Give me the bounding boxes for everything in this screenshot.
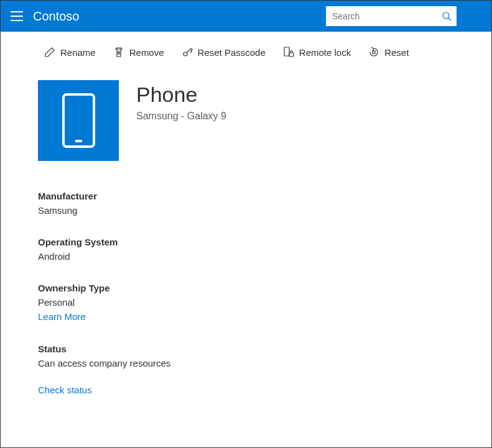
details-list: Manufacturer Samsung Operating System An… <box>38 191 454 396</box>
phone-lock-icon <box>283 47 294 58</box>
device-subtitle: Samsung - Galaxy 9 <box>136 111 226 122</box>
device-title-block: Phone Samsung - Galaxy 9 <box>136 80 226 122</box>
learn-more-link[interactable]: Learn More <box>38 311 86 322</box>
svg-line-1 <box>448 18 451 21</box>
pencil-icon <box>44 47 55 58</box>
remove-label: Remove <box>129 47 164 58</box>
manufacturer-label: Manufacturer <box>38 191 454 201</box>
trash-icon <box>113 47 124 58</box>
reset-label: Reset <box>384 47 409 58</box>
device-tile <box>38 80 119 161</box>
remote-lock-button[interactable]: Remote lock <box>283 47 351 58</box>
device-hero: Phone Samsung - Galaxy 9 <box>38 80 454 161</box>
svg-point-4 <box>183 52 187 56</box>
app-header: Contoso <box>1 1 491 32</box>
rename-label: Rename <box>60 47 96 58</box>
manufacturer-block: Manufacturer Samsung <box>38 191 454 216</box>
phone-icon <box>62 93 96 149</box>
svg-rect-8 <box>63 94 94 147</box>
os-label: Operating System <box>38 237 454 247</box>
os-block: Operating System Android <box>38 237 454 262</box>
svg-rect-7 <box>373 51 375 53</box>
reset-passcode-label: Reset Passcode <box>198 47 266 58</box>
status-label: Status <box>38 344 454 354</box>
rename-button[interactable]: Rename <box>44 47 96 58</box>
brand-name: Contoso <box>33 9 80 24</box>
remote-lock-label: Remote lock <box>299 47 351 58</box>
ownership-block: Ownership Type Personal Learn More <box>38 283 454 322</box>
os-value: Android <box>38 251 454 262</box>
svg-point-0 <box>443 12 449 19</box>
svg-rect-6 <box>289 53 294 57</box>
status-block: Status Can access company resources Chec… <box>38 344 454 396</box>
svg-rect-5 <box>284 47 289 56</box>
ownership-value: Personal <box>38 297 454 308</box>
key-icon <box>182 47 193 58</box>
reset-button[interactable]: Reset <box>368 47 409 58</box>
content-area: Phone Samsung - Galaxy 9 Manufacturer Sa… <box>1 68 491 408</box>
status-value: Can access company resources <box>38 358 454 368</box>
reset-passcode-button[interactable]: Reset Passcode <box>182 47 266 58</box>
toolbar: Rename Remove Reset Passcode Remote lock… <box>1 32 491 68</box>
check-status-link[interactable]: Check status <box>38 385 92 395</box>
search-box <box>326 6 457 26</box>
manufacturer-value: Samsung <box>38 205 454 216</box>
device-title: Phone <box>136 83 226 107</box>
search-icon[interactable] <box>442 11 452 21</box>
ownership-label: Ownership Type <box>38 283 454 293</box>
menu-icon[interactable] <box>11 9 26 24</box>
remove-button[interactable]: Remove <box>113 47 164 58</box>
reset-icon <box>368 47 379 58</box>
search-input[interactable] <box>326 6 457 26</box>
